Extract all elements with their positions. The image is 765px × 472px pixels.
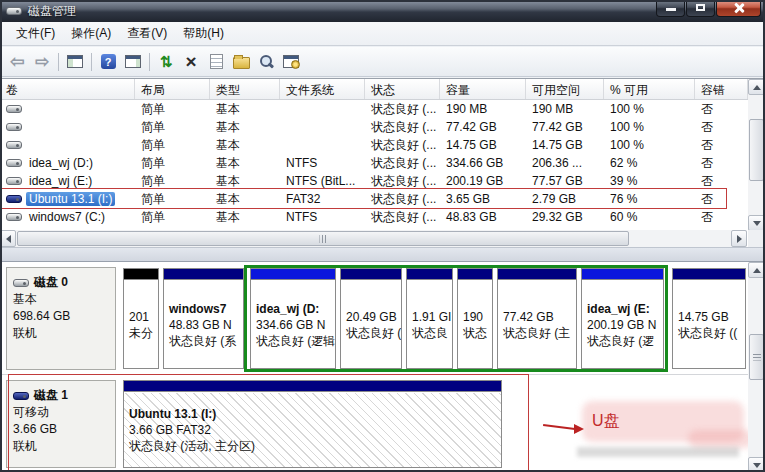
table-cell: idea_wj (E:) — [0, 174, 135, 188]
partition-line: 3.66 GB FAT32 — [129, 422, 496, 438]
column-header[interactable]: 文件系统 — [280, 79, 365, 99]
table-row[interactable]: 简单基本状态良好 (...190 MB190 MB100 %否 — [0, 100, 765, 118]
toolbar — [0, 47, 765, 77]
table-cell: 状态良好 (... — [365, 101, 440, 118]
properties-icon[interactable] — [210, 54, 223, 69]
settings-icon[interactable] — [283, 55, 299, 68]
table-cell: 否 — [695, 119, 748, 136]
table-cell: 简单 — [135, 101, 210, 118]
menu-item-2[interactable]: 查看(V) — [119, 23, 175, 44]
volume-table-body: 简单基本状态良好 (...190 MB190 MB100 %否简单基本状态良好 … — [0, 100, 765, 226]
toolbar-separator — [58, 53, 59, 71]
table-row[interactable]: idea_wj (D:)简单基本NTFS状态良好 (...334.66 GB20… — [0, 154, 765, 172]
table-cell: 200.19 GB — [440, 174, 526, 188]
table-cell: 基本 — [210, 101, 280, 118]
disk-1-strip: Ubuntu 13.1 (I:)3.66 GB FAT32状态良好 (活动, 主… — [0, 262, 765, 472]
partition-block[interactable]: Ubuntu 13.1 (I:)3.66 GB FAT32状态良好 (活动, 主… — [123, 380, 502, 468]
find-icon[interactable] — [257, 53, 275, 71]
scroll-thumb[interactable] — [749, 119, 764, 181]
refresh-icon[interactable] — [157, 53, 175, 71]
table-cell: 简单 — [135, 119, 210, 136]
scrollbar-corner — [748, 230, 765, 247]
table-cell: 100 % — [604, 138, 695, 152]
table-row[interactable]: windows7 (C:)简单基本NTFS状态良好 (...48.83 GB29… — [0, 208, 765, 226]
minimize-icon — [666, 8, 676, 11]
table-cell: 否 — [695, 209, 748, 226]
graph-vertical-scrollbar[interactable] — [748, 262, 765, 472]
scroll-down-button[interactable] — [748, 457, 765, 472]
table-cell: 206.36 ... — [526, 156, 604, 170]
table-cell: 77.57 GB — [526, 174, 604, 188]
table-vertical-scrollbar[interactable] — [748, 79, 765, 231]
table-cell: 77.42 GB — [526, 120, 604, 134]
table-cell: 100 % — [604, 120, 695, 134]
column-header[interactable]: 容错 — [695, 79, 748, 99]
minimize-button[interactable] — [656, 0, 685, 17]
table-cell: 状态良好 (... — [365, 119, 440, 136]
table-row[interactable]: 简单基本状态良好 (...77.42 GB77.42 GB100 %否 — [0, 118, 765, 136]
table-cell: 状态良好 (... — [365, 209, 440, 226]
scroll-thumb[interactable] — [17, 231, 629, 246]
table-cell: FAT32 — [280, 192, 365, 206]
maximize-button[interactable] — [686, 0, 715, 17]
column-header[interactable]: 状态 — [365, 79, 440, 99]
table-cell: 简单 — [135, 209, 210, 226]
title-bar[interactable]: 磁盘管理 — [0, 0, 765, 22]
scroll-left-button[interactable] — [0, 230, 16, 247]
close-icon — [734, 3, 744, 13]
table-cell — [0, 141, 135, 149]
delete-icon[interactable] — [182, 53, 200, 71]
partition-title: Ubuntu 13.1 (I:) — [129, 406, 496, 422]
show-action-pane-icon[interactable] — [125, 55, 141, 68]
scroll-up-button[interactable] — [748, 262, 765, 278]
column-header[interactable]: 类型 — [210, 79, 280, 99]
table-row[interactable]: idea_wj (E:)简单基本NTFS (BitL...状态良好 (...20… — [0, 172, 765, 190]
scroll-right-button[interactable] — [731, 230, 747, 247]
menu-item-0[interactable]: 文件(F) — [8, 23, 63, 44]
table-cell: windows7 (C:) — [0, 210, 135, 224]
column-header[interactable]: % 可用 — [604, 79, 695, 99]
column-header[interactable]: 布局 — [135, 79, 210, 99]
menu-bar: 文件(F)操作(A)查看(V)帮助(H) — [0, 22, 765, 46]
table-cell: 39 % — [604, 174, 695, 188]
pane-splitter[interactable] — [0, 247, 765, 261]
table-row[interactable]: Ubuntu 13.1 (I:)简单基本FAT32状态良好 (...3.65 G… — [0, 190, 765, 208]
table-cell: NTFS — [280, 210, 365, 224]
volume-icon — [6, 177, 22, 185]
volume-list-pane: 卷布局类型文件系统状态容量可用空间% 可用容错 简单基本状态良好 (...190… — [0, 78, 765, 247]
table-cell: 否 — [695, 137, 748, 154]
window-controls — [655, 0, 761, 17]
table-cell: 否 — [695, 191, 748, 208]
volume-icon — [6, 141, 22, 149]
column-header[interactable]: 卷 — [0, 79, 135, 99]
scroll-up-button[interactable] — [748, 79, 765, 95]
toolbar-separator — [91, 53, 92, 71]
table-cell: 否 — [695, 173, 748, 190]
graphical-view-pane: 磁盘 0 基本 698.64 GB 联机 磁盘 1 可移动 3.66 GB 联机… — [0, 261, 765, 472]
scroll-thumb[interactable] — [749, 334, 764, 380]
table-cell: 62 % — [604, 156, 695, 170]
table-cell: 2.79 GB — [526, 192, 604, 206]
volume-icon — [6, 105, 22, 113]
table-row[interactable]: 简单基本状态良好 (...14.75 GB14.75 GB100 %否 — [0, 136, 765, 154]
usb-annotation-label: U盘 — [592, 411, 620, 432]
column-header[interactable]: 容量 — [440, 79, 526, 99]
back-icon[interactable] — [8, 53, 26, 71]
column-header[interactable]: 可用空间 — [526, 79, 604, 99]
forward-icon[interactable] — [33, 53, 51, 71]
menu-item-1[interactable]: 操作(A) — [63, 23, 119, 44]
open-folder-icon[interactable] — [233, 57, 250, 69]
menu-item-3[interactable]: 帮助(H) — [175, 23, 232, 44]
table-horizontal-scrollbar[interactable] — [0, 230, 747, 247]
show-console-tree-icon[interactable] — [67, 55, 83, 68]
table-cell: Ubuntu 13.1 (I:) — [0, 192, 135, 206]
table-cell — [0, 105, 135, 113]
help-icon[interactable] — [101, 54, 116, 69]
partition-body: Ubuntu 13.1 (I:)3.66 GB FAT32状态良好 (活动, 主… — [124, 393, 501, 467]
table-cell: 简单 — [135, 137, 210, 154]
table-cell: 状态良好 (... — [365, 155, 440, 172]
close-button[interactable] — [716, 0, 761, 17]
app-icon — [6, 7, 22, 15]
volume-icon — [6, 195, 22, 203]
scroll-down-button[interactable] — [748, 215, 765, 231]
